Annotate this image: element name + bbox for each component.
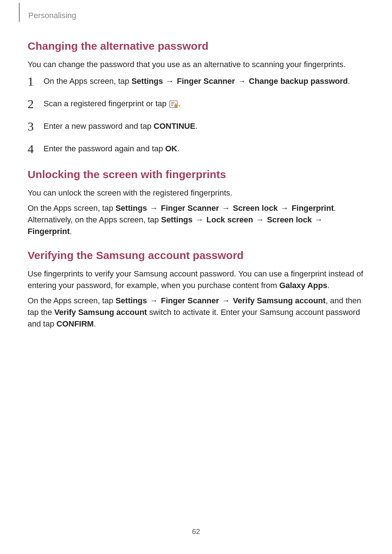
text: . xyxy=(348,77,350,86)
bold-change-backup-password: Change backup password xyxy=(249,77,348,86)
text xyxy=(312,215,314,224)
bold-continue: CONTINUE xyxy=(154,122,195,131)
heading-changing-alt-password: Changing the alternative password xyxy=(28,40,364,52)
heading-verify-samsung: Verifying the Samsung account password xyxy=(28,249,364,262)
text: Enter a new password and tap xyxy=(44,122,154,131)
bold-verify-samsung-account: Verify Samsung account xyxy=(54,308,147,317)
bold-screen-lock: Screen lock xyxy=(267,215,312,224)
arrow-icon: → xyxy=(166,75,174,87)
step-1-text: On the Apps screen, tap Settings → Finge… xyxy=(44,77,350,86)
arrow-icon: → xyxy=(315,214,323,226)
text: On the Apps screen, tap xyxy=(28,204,115,213)
text xyxy=(219,204,221,213)
arrow-icon: → xyxy=(222,202,230,214)
p-verify-intro: Use fingerprints to verify your Samsung … xyxy=(28,268,364,291)
text: . xyxy=(195,122,197,131)
text xyxy=(147,204,149,213)
bold-galaxy-apps: Galaxy Apps xyxy=(279,281,327,290)
header-breadcrumb: Personalising xyxy=(19,3,76,22)
breadcrumb-text: Personalising xyxy=(28,3,76,20)
arrow-icon: → xyxy=(256,214,264,226)
step-number: 2 xyxy=(28,95,34,113)
text xyxy=(219,296,221,305)
step-2: 2 Scan a registered fingerprint or tap . xyxy=(28,98,364,111)
text: . xyxy=(177,144,179,153)
arrow-icon: → xyxy=(150,202,158,214)
step-1: 1 On the Apps screen, tap Settings → Fin… xyxy=(28,75,364,89)
text: Scan a registered fingerprint or tap xyxy=(44,99,169,108)
bold-fingerprint: Fingerprint xyxy=(28,227,70,236)
arrow-icon: → xyxy=(238,75,246,87)
keyboard-lock-icon xyxy=(170,99,177,111)
text xyxy=(193,215,195,224)
step-number: 4 xyxy=(28,140,34,158)
page-number: 62 xyxy=(0,528,392,536)
arrow-icon: → xyxy=(196,214,204,226)
svg-rect-4 xyxy=(175,104,177,107)
text: On the Apps screen, tap xyxy=(28,296,115,305)
text: . xyxy=(178,99,180,108)
bold-screen-lock: Screen lock xyxy=(233,204,278,213)
arrow-icon: → xyxy=(281,202,289,214)
p-unlock-intro: You can unlock the screen with the regis… xyxy=(28,187,364,199)
bold-lock-screen: Lock screen xyxy=(207,215,253,224)
step-3-text: Enter a new password and tap CONTINUE. xyxy=(44,122,197,131)
text: . xyxy=(94,319,96,328)
arrow-icon: → xyxy=(222,295,230,307)
header-rule xyxy=(19,3,20,22)
bold-finger-scanner: Finger Scanner xyxy=(161,204,219,213)
bold-fingerprint: Fingerprint xyxy=(291,204,334,213)
arrow-icon: → xyxy=(150,295,158,307)
bold-settings: Settings xyxy=(115,204,147,213)
step-2-text: Scan a registered fingerprint or tap . xyxy=(44,99,180,108)
heading-unlocking-fingerprints: Unlocking the screen with fingerprints xyxy=(28,168,364,181)
step-list-alt-password: 1 On the Apps screen, tap Settings → Fin… xyxy=(28,75,364,156)
text xyxy=(253,215,255,224)
text xyxy=(163,77,165,86)
step-4-text: Enter the password again and tap OK. xyxy=(44,144,179,153)
text: Enter the password again and tap xyxy=(44,144,165,153)
bold-settings: Settings xyxy=(131,77,163,86)
step-number: 3 xyxy=(28,118,34,135)
bold-ok: OK xyxy=(165,144,177,153)
p-verify-instructions: On the Apps screen, tap Settings → Finge… xyxy=(28,295,364,330)
step-3: 3 Enter a new password and tap CONTINUE. xyxy=(28,120,364,134)
bold-finger-scanner: Finger Scanner xyxy=(161,296,219,305)
intro-changing-alt-password: You can change the password that you use… xyxy=(28,59,364,70)
text: . xyxy=(327,281,330,290)
bold-verify-samsung-account: Verify Samsung account xyxy=(233,296,326,305)
p-unlock-instructions: On the Apps screen, tap Settings → Finge… xyxy=(28,202,364,237)
bold-settings: Settings xyxy=(161,215,193,224)
step-4: 4 Enter the password again and tap OK. xyxy=(28,143,364,156)
text xyxy=(147,296,149,305)
page-content: Changing the alternative password You ca… xyxy=(28,40,364,333)
text: . xyxy=(70,227,72,236)
bold-confirm: CONFIRM xyxy=(57,319,94,328)
bold-settings: Settings xyxy=(115,296,147,305)
step-number: 1 xyxy=(28,73,34,90)
bold-finger-scanner: Finger Scanner xyxy=(177,77,235,86)
text xyxy=(278,204,280,213)
text: On the Apps screen, tap xyxy=(44,77,131,86)
text xyxy=(235,77,237,86)
